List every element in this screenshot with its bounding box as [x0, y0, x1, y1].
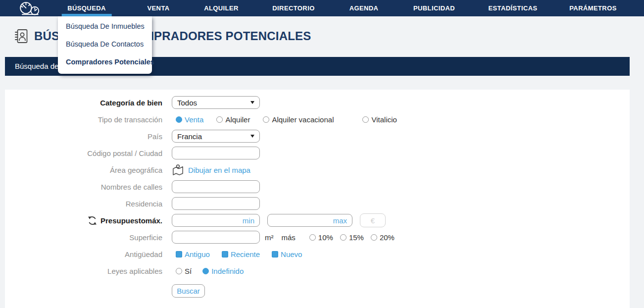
superficie-more-label: más [282, 233, 296, 242]
nav-item-estadisticas[interactable]: ESTADÍSTICAS [488, 0, 537, 16]
radio-dot-icon [371, 234, 377, 241]
radio-dot-icon [340, 234, 347, 241]
chevron-down-icon [250, 101, 254, 104]
codigo-postal-label: Código postal / Ciudad [5, 149, 162, 157]
row-nombres-calles: Nombres de calles [5, 178, 630, 195]
checkbox-checked-icon [222, 251, 228, 257]
row-presupuesto: Presupuestomáx. € [5, 212, 630, 229]
nombres-calles-label: Nombres de calles [5, 183, 162, 191]
superficie-unit: m² [265, 233, 274, 242]
search-form-panel: Categoría de bien Todos Tipo de transacc… [5, 90, 630, 308]
antiguedad-label: Antigüedad [5, 250, 162, 258]
draw-on-map-link[interactable]: Dibujar en el mapa [172, 164, 250, 176]
radio-dot-icon [309, 234, 316, 241]
nav-item-alquiler[interactable]: ALQUILER [204, 0, 239, 16]
row-pais: País Francia [5, 128, 630, 145]
menu-item-compradores-potenciales[interactable]: Compradores Potenciales [58, 53, 152, 71]
radio-dot-icon [263, 116, 269, 123]
codigo-postal-input[interactable] [172, 147, 260, 159]
radio-alquiler-vacacional[interactable]: Alquiler vacacional [263, 115, 334, 124]
radio-venta[interactable]: Venta [176, 115, 203, 124]
nav-item-agenda[interactable]: AGENDA [349, 0, 379, 16]
checkbox-antiguo[interactable]: Antiguo [176, 250, 210, 258]
contacts-book-icon [14, 28, 29, 44]
nav-item-busqueda[interactable]: BÚSQUEDA [67, 0, 106, 16]
menu-item-busqueda-de-inmuebles[interactable]: Búsqueda De Inmuebles [58, 17, 152, 35]
pais-label: País [5, 132, 162, 141]
presupuesto-min-input[interactable] [172, 214, 260, 227]
residencia-input[interactable] [172, 197, 260, 210]
row-antiguedad: Antigüedad Antiguo Reciente Nuevo [5, 246, 630, 262]
radio-20-percent[interactable]: 20% [371, 233, 395, 242]
currency-euro-button[interactable]: € [360, 213, 386, 227]
gauge-logo-icon[interactable] [18, 1, 41, 16]
radio-15-percent[interactable]: 15% [340, 233, 364, 242]
radio-alquiler[interactable]: Alquiler [216, 115, 250, 124]
checkbox-checked-icon [272, 251, 278, 257]
residencia-label: Residencia [5, 200, 162, 208]
radio-vitalicio[interactable]: Vitalicio [362, 115, 396, 124]
superficie-label: Superficie [5, 233, 162, 242]
categoria-select-value: Todos [177, 99, 197, 107]
leyes-label: Leyes aplicables [5, 267, 162, 275]
busqueda-dropdown-menu: Búsqueda De Inmuebles Búsqueda De Contac… [58, 16, 152, 74]
breadcrumb-text: Búsqueda de [15, 62, 58, 70]
row-submit: Buscar [5, 282, 630, 299]
area-geografica-label: Área geográfica [5, 166, 162, 174]
chevron-down-icon [250, 135, 254, 138]
row-area-geografica: Área geográfica Dibujar en el mapa [5, 161, 630, 178]
categoria-label: Categoría de bien [5, 99, 162, 107]
categoria-select[interactable]: Todos [172, 96, 260, 109]
nav-item-parametros[interactable]: PARÁMETROS [569, 0, 616, 16]
presupuesto-label-group: Presupuestomáx. [5, 215, 162, 226]
radio-dot-icon [216, 116, 223, 123]
row-codigo-postal: Código postal / Ciudad [5, 145, 630, 161]
presupuesto-max-input[interactable] [267, 214, 352, 227]
map-pin-icon[interactable] [172, 164, 184, 176]
pais-select[interactable]: Francia [172, 130, 260, 143]
nombres-calles-input[interactable] [172, 180, 260, 193]
radio-dot-icon [176, 116, 182, 123]
radio-dot-icon [176, 268, 182, 274]
nav-item-publicidad[interactable]: PUBLICIDAD [413, 0, 455, 16]
row-tipo-transaccion: Tipo de transacción Venta Alquiler Alqui… [5, 111, 630, 128]
radio-dot-icon [202, 268, 209, 274]
top-navbar: BÚSQUEDA VENTA ALQUILER DIRECTORIO AGEND… [0, 0, 644, 16]
row-categoria-de-bien: Categoría de bien Todos [5, 94, 630, 111]
row-residencia: Residencia [5, 195, 630, 212]
menu-item-busqueda-de-contactos[interactable]: Búsqueda De Contactos [58, 35, 152, 53]
row-superficie: Superficie m² más 10% 15% 20% [5, 229, 630, 246]
row-leyes-aplicables: Leyes aplicables Sí Indefinido [5, 262, 630, 279]
swap-icon[interactable] [87, 215, 98, 226]
superficie-input[interactable] [172, 231, 260, 244]
checkbox-checked-icon [176, 251, 182, 257]
radio-dot-icon [362, 116, 369, 123]
checkbox-reciente[interactable]: Reciente [222, 250, 260, 258]
pais-select-value: Francia [177, 132, 202, 141]
presupuesto-label: Presupuestomáx. [100, 216, 162, 225]
nav-item-venta[interactable]: VENTA [147, 0, 169, 16]
radio-si[interactable]: Sí [176, 267, 192, 275]
transaccion-label: Tipo de transacción [5, 115, 162, 124]
nav-item-directorio[interactable]: DIRECTORIO [272, 0, 314, 16]
checkbox-nuevo[interactable]: Nuevo [272, 250, 302, 258]
buscar-button[interactable]: Buscar [172, 284, 205, 298]
radio-indefinido[interactable]: Indefinido [202, 267, 244, 275]
radio-10-percent[interactable]: 10% [309, 233, 333, 242]
